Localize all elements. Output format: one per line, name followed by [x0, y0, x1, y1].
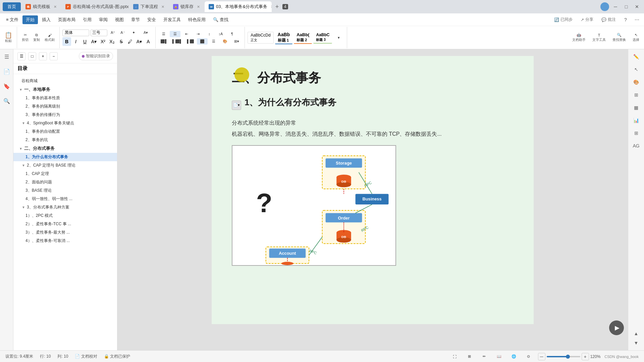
columns-button[interactable]: ☰ — [208, 38, 219, 45]
select-button[interactable]: ↖ 选择 — [631, 32, 641, 43]
clear-format-button[interactable]: ✦ — [128, 29, 139, 36]
sync-button[interactable]: 🔄 已同步 — [551, 16, 575, 23]
align-left-button[interactable]: ⬛▌ — [158, 38, 170, 45]
user-avatar[interactable] — [600, 2, 609, 11]
zoom-out-button[interactable]: ─ — [538, 353, 545, 360]
rp-qr-icon[interactable]: ⊞ — [632, 128, 641, 138]
toc-springboot[interactable]: ▼ 4、SpringBoot 事务关键点 — [13, 119, 117, 127]
toc-base-theory[interactable]: 3、BASE 理论 — [13, 186, 117, 195]
style-h1[interactable]: AaBb标题 1 — [275, 31, 293, 44]
strikethrough-button[interactable]: S̶ — [117, 37, 125, 46]
share-button[interactable]: ↗ 分享 — [578, 16, 596, 23]
format-painter-button[interactable]: 🖌 格式刷 — [43, 32, 57, 43]
subscript-button[interactable]: X₂ — [108, 37, 116, 46]
menu-file[interactable]: ≡ 文件 — [3, 15, 22, 24]
minimize-button[interactable]: ─ — [611, 2, 620, 11]
toc-toggle-distributed[interactable]: ▼ — [19, 146, 23, 150]
toc-toggle-cap[interactable]: ▼ — [21, 164, 25, 168]
tab-flow-close[interactable]: ✕ — [161, 5, 164, 9]
rp-scroll-down[interactable]: ▼ — [632, 338, 641, 348]
ai-toc-button[interactable]: 智能识别目录 — [79, 52, 113, 60]
view-mode[interactable]: 📄 文档校对 — [75, 354, 97, 359]
text-bg-button[interactable]: A▾ — [135, 37, 144, 46]
rp-chart-icon[interactable]: 📊 — [632, 116, 641, 125]
menu-view[interactable]: 视图 — [112, 15, 127, 24]
sidebar-page-icon[interactable]: 📄 — [2, 67, 11, 76]
cut-button[interactable]: ✂ 剪切 — [20, 32, 31, 43]
rp-edit-icon[interactable]: ✏️ — [632, 52, 641, 61]
toc-toggle-springboot[interactable]: ▼ — [21, 121, 25, 125]
tab-template[interactable]: 稿 稿壳模板 ✕ — [21, 1, 61, 12]
justify-button[interactable]: ⬛ — [197, 38, 208, 45]
sidebar-icon-1[interactable]: ☰ — [17, 52, 25, 60]
highlight-button[interactable]: 🖊 — [126, 37, 135, 46]
tab-ppt[interactable]: P 谷粒商城-分布式高级-图.pptx ✕ — [61, 1, 128, 12]
tab-doc[interactable]: W 03、本地事务&分布式事务 ✕ — [205, 1, 272, 12]
focus-button[interactable]: ⊙ — [523, 353, 534, 360]
toc-max-effort[interactable]: 3）、柔性事务-最大努 ... — [13, 228, 117, 237]
shading-button[interactable]: 🎨 — [220, 38, 230, 45]
tab-db-close[interactable]: ✕ — [197, 5, 200, 9]
toc-tcc[interactable]: 2）、柔性事务-TCC 事 ... — [13, 220, 117, 228]
menu-special[interactable]: 特色应用 — [185, 15, 209, 24]
zoom-slider-thumb[interactable] — [566, 355, 570, 359]
fullscreen-button[interactable]: ⛶ — [449, 354, 460, 360]
font-options-button[interactable]: A▾ — [141, 29, 151, 36]
read-button[interactable]: 📖 — [494, 353, 504, 360]
outdent-button[interactable]: ⇤ — [181, 31, 192, 37]
line-spacing-button[interactable]: ↕ — [204, 31, 215, 37]
rp-grid-icon[interactable]: ▦ — [632, 103, 641, 112]
rp-format-icon[interactable]: 🎨 — [632, 77, 641, 87]
align-center-button[interactable]: ▌⬛▌ — [170, 38, 184, 45]
toc-toggle-solutions[interactable]: ▼ — [21, 205, 25, 209]
toc-why-distributed[interactable]: 1、为什么有分布式事务 — [13, 153, 117, 161]
toc-item-3[interactable]: 3、事务的传播行为 — [13, 111, 117, 119]
toc-2pc[interactable]: 1）、2PC 模式 — [13, 212, 117, 220]
menu-references[interactable]: 引用 — [79, 15, 95, 24]
document-area[interactable]: 二、分布式事务 📄▾ 1、为什么有分布式事务 分布式系统经常出现的异常 机器宕机… — [117, 49, 628, 350]
toc-toggle-local[interactable]: ▼ — [19, 87, 23, 92]
tab-doc-close[interactable]: ✕ — [271, 5, 272, 9]
font-color-button[interactable]: A▾ — [90, 37, 98, 46]
rp-scroll-up[interactable]: ▲ — [632, 329, 641, 338]
sidebar-menu-icon[interactable]: ☰ — [2, 52, 11, 61]
rp-cursor-icon[interactable]: ↖ — [632, 65, 641, 74]
multipage-button[interactable]: ⊞ — [464, 353, 475, 360]
underline-button[interactable]: U — [80, 37, 89, 46]
style-normal[interactable]: AaBbCcDd正文 — [248, 32, 273, 44]
toc-cap-theorem[interactable]: 1、CAP 定理 — [13, 170, 117, 178]
sidebar-icon-2[interactable]: □ — [28, 52, 36, 60]
text-assist-button[interactable]: 🤖 文档助手 — [570, 32, 588, 43]
close-window-button[interactable]: ✕ — [633, 2, 641, 11]
rp-ag-icon[interactable]: AG — [632, 141, 641, 150]
more-options-button[interactable]: ⋯ — [633, 15, 641, 24]
tab-db[interactable]: 🔒 锁库存 ✕ — [169, 1, 204, 12]
list-unordered-button[interactable]: ☰ — [158, 31, 169, 37]
sidebar-icon-4[interactable]: − — [50, 52, 58, 60]
show-hide-button[interactable]: ¶ — [227, 31, 237, 37]
toc-item-2[interactable]: 2、事务的隔离级别 — [13, 102, 117, 111]
menu-review[interactable]: 审阅 — [96, 15, 111, 24]
text-tool-button[interactable]: T 文字工具 — [590, 32, 608, 43]
help-button[interactable]: ? — [621, 15, 630, 24]
sidebar-bookmark-icon[interactable]: 🔖 — [2, 81, 11, 91]
toc-solutions[interactable]: ▼ 3、分布式事务几种方案 — [13, 203, 117, 212]
rp-layout-icon[interactable]: ⊞ — [632, 90, 641, 100]
copy-button[interactable]: ⧉ 复制 — [31, 32, 42, 43]
paste-button[interactable]: 📋 粘贴 — [3, 31, 14, 44]
list-ordered-button[interactable]: ☰ — [170, 31, 180, 37]
sidebar-icon-3[interactable]: + — [39, 52, 47, 60]
toc-reliable-msg[interactable]: 4）、柔性事务-可靠消 ... — [13, 237, 117, 245]
sort-button[interactable]: ↕A — [215, 31, 226, 37]
comment-button[interactable]: 💬 批注 — [599, 16, 619, 23]
toc-item-1[interactable]: 1、事务的基本性质 — [13, 94, 117, 102]
toc-consistency[interactable]: 4、弱一致性、弱一致性 ... — [13, 195, 117, 203]
increase-font-button[interactable]: A⁺ — [109, 29, 117, 36]
toc-tx-pit[interactable]: 2、事务的坑 — [13, 136, 117, 144]
toc-problems[interactable]: 2、面临的问题 — [13, 178, 117, 186]
menu-security[interactable]: 安全 — [144, 15, 159, 24]
new-tab-button[interactable]: + — [272, 2, 282, 11]
toc-auto-config[interactable]: 1、事务的自动配置 — [13, 127, 117, 136]
decrease-font-button[interactable]: A⁻ — [118, 29, 127, 36]
toc-cap-base[interactable]: ▼ 2、CAP 定理与 BASE 理论 — [13, 161, 117, 170]
